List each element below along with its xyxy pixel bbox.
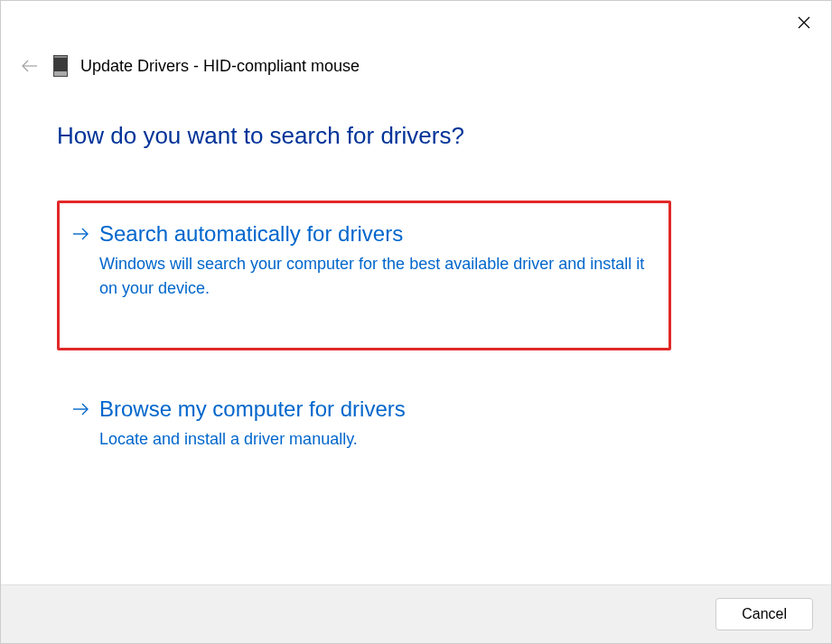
- update-drivers-dialog: Update Drivers - HID-compliant mouse How…: [0, 0, 832, 644]
- page-heading: How do you want to search for drivers?: [57, 122, 775, 150]
- back-button[interactable]: [19, 55, 41, 77]
- option-search-automatically[interactable]: Search automatically for drivers Windows…: [57, 201, 671, 350]
- arrow-right-icon: [72, 400, 90, 452]
- back-arrow-icon: [21, 59, 39, 73]
- option-content: Browse my computer for drivers Locate an…: [99, 397, 647, 452]
- dialog-content: How do you want to search for drivers? S…: [1, 77, 831, 584]
- dialog-header: Update Drivers - HID-compliant mouse: [1, 1, 831, 77]
- option-title: Search automatically for drivers: [99, 221, 647, 247]
- cancel-button[interactable]: Cancel: [715, 598, 813, 630]
- option-content: Search automatically for drivers Windows…: [99, 221, 647, 301]
- close-button[interactable]: [793, 12, 815, 33]
- option-title: Browse my computer for drivers: [99, 397, 647, 422]
- dialog-footer: Cancel: [1, 584, 831, 643]
- close-icon: [798, 16, 810, 29]
- arrow-right-icon: [72, 225, 90, 301]
- device-icon: [53, 55, 68, 77]
- option-description: Windows will search your computer for th…: [99, 252, 647, 301]
- option-browse-computer[interactable]: Browse my computer for drivers Locate an…: [57, 376, 671, 476]
- dialog-title: Update Drivers - HID-compliant mouse: [80, 57, 360, 76]
- option-description: Locate and install a driver manually.: [99, 427, 647, 452]
